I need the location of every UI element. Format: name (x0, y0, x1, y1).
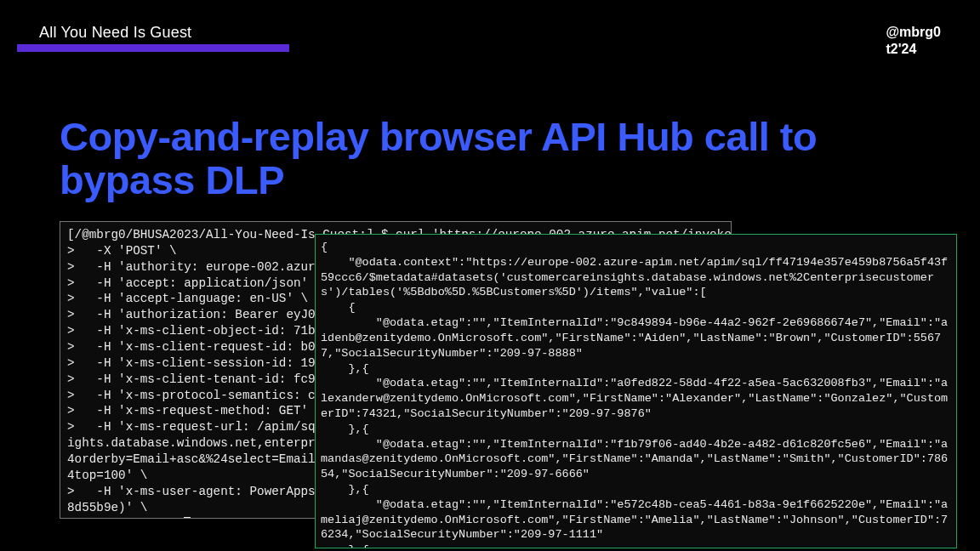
terminal-right-text: { "@odata.context":"https://europe-002.a… (321, 241, 948, 548)
cursor-icon (184, 517, 191, 519)
header-underline (17, 44, 289, 52)
terminal-json-response: { "@odata.context":"https://europe-002.a… (315, 234, 957, 548)
handle-line-2: t2'24 (886, 42, 917, 56)
author-handle: @mbrg0 t2'24 (886, 24, 942, 58)
header-label: All You Need Is Guest (39, 24, 191, 42)
handle-line-1: @mbrg0 (886, 25, 942, 39)
slide-title: Copy-and-replay browser API Hub call to … (60, 116, 929, 202)
